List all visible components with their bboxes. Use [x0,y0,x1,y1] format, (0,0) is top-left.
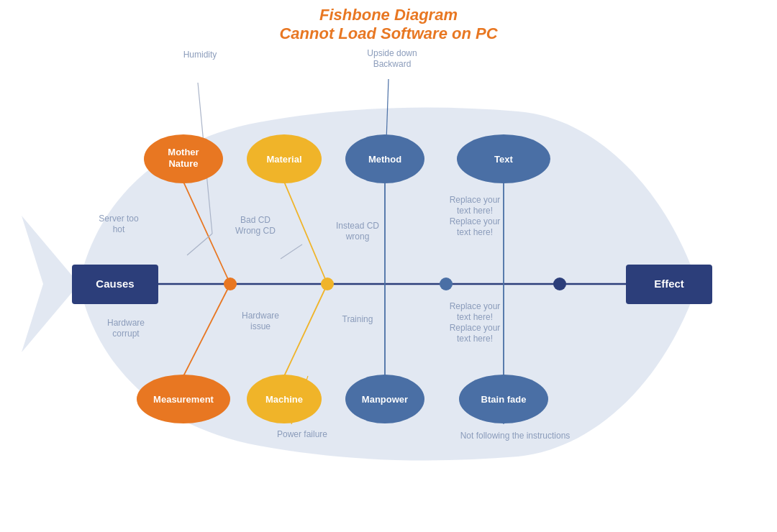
dot-2 [321,278,334,290]
annotation-humidity: Humidity [183,50,217,60]
annotation-replace-5: Replace your [450,301,501,311]
annotation-hot: hot [113,224,125,234]
dot-4 [553,278,566,290]
annotation-replace-3: Replace your [450,216,501,226]
fish-tail-path [22,216,79,352]
node-manpower-label: Manpower [362,394,408,405]
node-measurement-label: Measurement [153,394,214,405]
node-text-label: Text [494,154,513,165]
dot-1 [224,278,237,290]
annotation-corrupt: corrupt [112,329,140,339]
effect-label: Effect [654,278,684,290]
annotation-replace-6: text here! [457,312,493,322]
node-machine-label: Machine [265,394,303,405]
annotation-not-following: Not following the instructions [460,431,571,441]
annotation-replace-4: text here! [457,227,493,237]
annotation-wrong-cd: Wrong CD [235,226,276,236]
annotation-server-too-hot: Server too [99,214,139,224]
annotation-hardware-issue: Hardware [242,311,279,321]
annotation-replace-2: text here! [457,206,493,216]
annotation-hardware-corrupt: Hardware [107,318,145,328]
annotation-training: Training [342,314,373,324]
annotation-power-failure: Power failure [277,429,327,439]
annotation-bad-cd: Bad CD [240,215,271,225]
annotation-wrong: wrong [345,231,370,242]
node-mother-nature-label: Mother [168,147,199,157]
annotation-instead-cd: Instead CD [336,221,379,231]
annotation-issue: issue [250,321,271,331]
dot-3 [440,278,453,290]
node-material-label: Material [266,154,301,165]
annotation-backward: Backward [373,59,412,69]
causes-label: Causes [96,278,134,290]
node-mother-nature-label2: Nature [168,158,198,169]
node-btain-fade-label: Btain fade [481,394,527,405]
node-method-label: Method [368,154,401,165]
annotation-replace-7: Replace your [450,323,501,333]
fishbone-svg: Causes Effect Mother Nature Material Met… [0,0,777,532]
diagram-container: Fishbone Diagram Cannot Load Software on… [0,0,777,532]
annotation-upside-down: Upside down [367,48,417,58]
annotation-replace-1: Replace your [450,195,501,205]
annotation-replace-8: text here! [457,334,493,344]
